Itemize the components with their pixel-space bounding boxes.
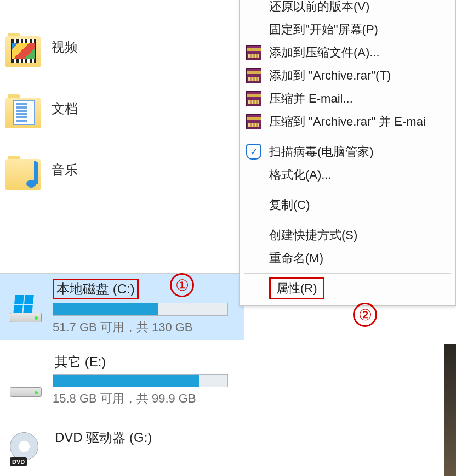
- capacity-text: 51.7 GB 可用，共 130 GB: [53, 319, 240, 336]
- drive-item-g[interactable]: DVD DVD 驱动器 (G:): [0, 424, 244, 468]
- drive-item-c[interactable]: 本地磁盘 (C:) 51.7 GB 可用，共 130 GB: [0, 274, 244, 340]
- menu-item-pin-to-start[interactable]: 固定到"开始"屏幕(P): [240, 18, 455, 41]
- annotation-2: ②: [353, 303, 377, 327]
- menu-item-copy[interactable]: 复制(C): [240, 194, 455, 217]
- drive-label: DVD 驱动器 (G:): [53, 429, 154, 446]
- folder-icon: [5, 98, 41, 128]
- menu-item-create-shortcut[interactable]: 创建快捷方式(S): [240, 224, 455, 247]
- shield-icon: [246, 144, 261, 160]
- dvd-icon: DVD: [10, 432, 42, 464]
- drive-icon: [10, 295, 42, 322]
- capacity-text: 15.8 GB 可用，共 99.9 GB: [53, 390, 240, 407]
- menu-separator: [244, 273, 451, 274]
- library-item-documents[interactable]: 文档: [5, 98, 78, 128]
- menu-item-format[interactable]: 格式化(A)...: [240, 163, 455, 186]
- capacity-bar: [53, 303, 228, 316]
- rar-icon: [246, 68, 261, 83]
- menu-item-add-to-archive[interactable]: 添加到压缩文件(A)...: [240, 41, 455, 64]
- rar-icon: [246, 114, 261, 129]
- drive-label: 其它 (E:): [53, 353, 108, 371]
- rar-icon: [246, 45, 261, 60]
- library-item-music[interactable]: 音乐: [5, 159, 78, 190]
- menu-item-scan-virus[interactable]: 扫描病毒(电脑管家): [240, 140, 455, 163]
- menu-item-compress-and-email[interactable]: 压缩并 E-mail...: [240, 87, 455, 110]
- folder-icon: [5, 159, 41, 190]
- menu-item-restore-previous[interactable]: 还原以前的版本(V): [240, 0, 455, 18]
- annotation-1: ①: [170, 273, 194, 297]
- drive-item-e[interactable]: 其它 (E:) 15.8 GB 可用，共 99.9 GB: [0, 349, 244, 411]
- drive-icon: [10, 370, 42, 397]
- menu-item-compress-named-and-email[interactable]: 压缩到 "Archive.rar" 并 E-mai: [240, 110, 455, 133]
- menu-item-add-to-archive-named[interactable]: 添加到 "Archive.rar"(T): [240, 64, 455, 87]
- context-menu: 还原以前的版本(V) 固定到"开始"屏幕(P) 添加到压缩文件(A)... 添加…: [239, 0, 456, 306]
- menu-separator: [244, 190, 451, 190]
- drive-label: 本地磁盘 (C:): [53, 279, 139, 299]
- right-edge-sliver: [444, 344, 456, 476]
- folder-icon: [5, 36, 41, 67]
- menu-separator: [244, 220, 451, 220]
- library-label: 文档: [52, 100, 78, 117]
- library-label: 视频: [52, 38, 78, 56]
- rar-icon: [246, 91, 261, 106]
- library-item-video[interactable]: 视频: [5, 36, 78, 67]
- menu-separator: [244, 137, 451, 137]
- menu-item-properties[interactable]: 属性(R): [240, 277, 455, 300]
- capacity-bar: [53, 374, 228, 387]
- menu-item-rename[interactable]: 重命名(M): [240, 247, 455, 270]
- library-label: 音乐: [52, 161, 78, 179]
